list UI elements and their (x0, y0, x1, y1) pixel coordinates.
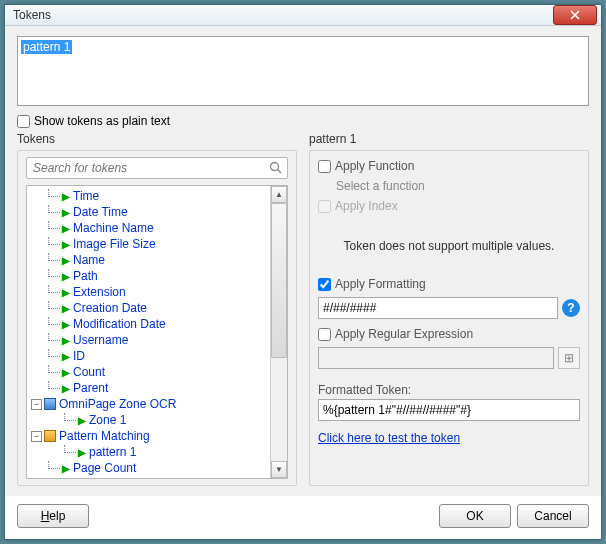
token-chip-pattern1[interactable]: pattern 1 (21, 40, 72, 54)
ok-button[interactable]: OK (439, 504, 511, 528)
help-button[interactable]: HHelpelp (17, 504, 89, 528)
tokens-group: ▶Time ▶Date Time ▶Machine Name ▶Image Fi… (17, 150, 297, 486)
token-creation[interactable]: ▶Creation Date (27, 300, 270, 316)
show-plain-row: Show tokens as plain text (17, 114, 589, 128)
token-zone1[interactable]: ▶Zone 1 (27, 412, 270, 428)
token-filesize[interactable]: ▶Image File Size (27, 236, 270, 252)
token-count[interactable]: ▶Count (27, 364, 270, 380)
search-icon (269, 161, 283, 175)
token-tree[interactable]: ▶Time ▶Date Time ▶Machine Name ▶Image Fi… (27, 186, 270, 478)
apply-index-label: Apply Index (335, 199, 398, 213)
token-patternmatch[interactable]: −Pattern Matching (27, 428, 270, 444)
token-search[interactable] (26, 157, 288, 179)
close-button[interactable] (553, 5, 597, 25)
token-search-input[interactable] (31, 160, 269, 176)
apply-regex-label: Apply Regular Expression (335, 327, 473, 341)
token-tree-container: ▶Time ▶Date Time ▶Machine Name ▶Image Fi… (26, 185, 288, 479)
apply-formatting-checkbox[interactable] (318, 278, 331, 291)
scroll-up-button[interactable]: ▲ (271, 186, 287, 203)
apply-function-label: Apply Function (335, 159, 414, 173)
columns: Tokens ▶Time ▶Date Time ▶Machine Name ▶I… (17, 132, 589, 486)
token-datetime[interactable]: ▶Date Time (27, 204, 270, 220)
token-name[interactable]: ▶Name (27, 252, 270, 268)
window-title: Tokens (13, 8, 553, 22)
regex-input (318, 347, 554, 369)
token-machine[interactable]: ▶Machine Name (27, 220, 270, 236)
svg-line-1 (278, 170, 282, 174)
properties-group: Apply Function Select a function Apply I… (309, 150, 589, 486)
module-icon (44, 430, 56, 442)
svg-point-0 (271, 163, 279, 171)
module-icon (44, 398, 56, 410)
token-username[interactable]: ▶Username (27, 332, 270, 348)
expander-omnipage[interactable]: − (31, 399, 42, 410)
token-id[interactable]: ▶ID (27, 348, 270, 364)
apply-formatting-label: Apply Formatting (335, 277, 426, 291)
tokens-group-label: Tokens (17, 132, 297, 146)
formatted-token-label: Formatted Token: (318, 383, 580, 397)
titlebar: Tokens (5, 5, 601, 26)
scroll-thumb[interactable] (271, 203, 287, 358)
token-time[interactable]: ▶Time (27, 188, 270, 204)
token-extension[interactable]: ▶Extension (27, 284, 270, 300)
test-token-link[interactable]: Click here to test the token (318, 431, 580, 445)
apply-function-checkbox[interactable] (318, 160, 331, 173)
formatted-token-output[interactable] (318, 399, 580, 421)
token-parent[interactable]: ▶Parent (27, 380, 270, 396)
tree-scrollbar[interactable]: ▲ ▼ (270, 186, 287, 478)
tokens-dialog: Tokens pattern 1 Show tokens as plain te… (4, 4, 602, 540)
token-modification[interactable]: ▶Modification Date (27, 316, 270, 332)
show-plain-checkbox[interactable] (17, 115, 30, 128)
scroll-down-button[interactable]: ▼ (271, 461, 287, 478)
token-pagecount[interactable]: ▶Page Count (27, 460, 270, 476)
token-expression-field[interactable]: pattern 1 (17, 36, 589, 106)
no-multi-message: Token does not support multiple values. (318, 239, 580, 253)
show-plain-label: Show tokens as plain text (34, 114, 170, 128)
dialog-content: pattern 1 Show tokens as plain text Toke… (5, 26, 601, 496)
formatting-input[interactable] (318, 297, 558, 319)
token-pattern1[interactable]: ▶pattern 1 (27, 444, 270, 460)
properties-group-label: pattern 1 (309, 132, 589, 146)
cancel-button[interactable]: Cancel (517, 504, 589, 528)
apply-index-checkbox (318, 200, 331, 213)
expander-pattern[interactable]: − (31, 431, 42, 442)
close-icon (570, 10, 580, 20)
help-icon[interactable]: ? (562, 299, 580, 317)
token-omnipage[interactable]: −OmniPage Zone OCR (27, 396, 270, 412)
apply-regex-checkbox[interactable] (318, 328, 331, 341)
scroll-track[interactable] (271, 203, 287, 461)
regex-builder-button[interactable]: ⊞ (558, 347, 580, 369)
properties-column: pattern 1 Apply Function Select a functi… (309, 132, 589, 486)
select-function-label: Select a function (336, 179, 580, 193)
tokens-column: Tokens ▶Time ▶Date Time ▶Machine Name ▶I… (17, 132, 297, 486)
dialog-footer: HHelpelp OK Cancel (5, 496, 601, 540)
token-path[interactable]: ▶Path (27, 268, 270, 284)
